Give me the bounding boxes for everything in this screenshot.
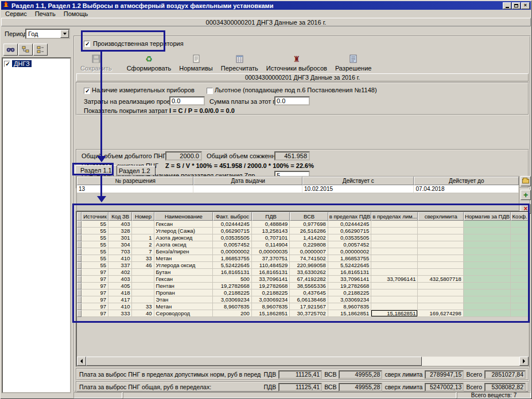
summary-allowed-bar: Плата за выброс ПНГ в пределах допустимы… [76, 368, 529, 381]
save-icon [92, 54, 100, 63]
organization-tree: ✓ ДНГЗ [2, 57, 71, 393]
column-header[interactable]: Действует до [414, 177, 519, 185]
summary2-limit-label: сверх лимита [385, 384, 422, 390]
summary2-pdv-label: ПДВ [263, 384, 276, 390]
scrollbar-thumb[interactable] [86, 357, 422, 366]
permission-icon [350, 54, 357, 63]
save-button[interactable]: Сохранить [76, 53, 116, 72]
column-header[interactable]: Дата выдачи [193, 177, 302, 185]
annotation-arrowhead-1 [97, 156, 106, 162]
standards-button[interactable]: Нормативы [175, 53, 217, 72]
title-bar: Раздел 1.1, Раздел 1.2 Выбросы в атмосфе… [1, 1, 531, 10]
arrow-right-icon [523, 359, 525, 363]
scroll-left-button[interactable] [77, 357, 86, 366]
period-value: Год [26, 30, 60, 37]
preferential-row: ✓ Льготное (попадающее под п.6 Постановл… [207, 87, 377, 94]
minimize-button[interactable] [503, 2, 511, 9]
menu-service[interactable]: Сервис [1, 10, 31, 17]
summary2-label: Плата за выброс ПНГ общая, руб в передел… [79, 384, 261, 390]
annotation-arrow-line-1 [100, 52, 102, 156]
status-substances-total: Всего веществ: 7 [457, 392, 531, 398]
png-extracted-field: 2000.0 [165, 151, 202, 161]
info-bar-top: 00034300000201 ДНГЗ Данные за 2016 г. [1, 18, 531, 26]
search-button[interactable] [3, 44, 18, 56]
annotation-box-tab [72, 163, 114, 175]
app-icon [2, 1, 10, 10]
tree-item-label: ДНГЗ [12, 60, 32, 67]
permission-button[interactable]: Разрешение [331, 53, 376, 72]
add-permission-button[interactable]: + [521, 190, 531, 200]
table-cell[interactable] [193, 185, 302, 193]
minimize-icon [506, 7, 509, 8]
cost-coverage-formula: I = C / P = 0.0/0.0 = 0.0 [169, 107, 235, 114]
expand-tree-button[interactable] [18, 44, 33, 56]
menu-help[interactable]: Помощь [60, 10, 92, 17]
summary1-limit-field: 2789947,15 [425, 370, 464, 379]
table-cell[interactable]: 07.04.2018 [414, 185, 519, 193]
tree-item-checkbox[interactable]: ✓ [4, 61, 10, 67]
measuring-devices-checkbox[interactable]: ✓ [84, 88, 90, 94]
summary1-label: Плата за выброс ПНГ в пределах допустимы… [79, 371, 261, 378]
status-segment-2 [123, 392, 456, 398]
standards-icon [193, 54, 200, 63]
window-title: Раздел 1.1, Раздел 1.2 Выбросы в атмосфе… [11, 2, 502, 9]
emission-sources-button[interactable]: ♜ Источники выбросов [262, 53, 331, 72]
chevron-down-icon [63, 33, 67, 35]
table-cell[interactable]: 13 [77, 185, 193, 193]
main-toolbar: Сохранить ♻ Сформировать Нормативы Перес… [76, 53, 529, 73]
payment-section: ✓ Наличие измерительных приборов ✓ Льгот… [76, 82, 529, 115]
column-header[interactable]: № разрешения [77, 177, 193, 185]
dropdown-button[interactable] [60, 30, 69, 38]
summary1-pdv-field: 11125,41 [278, 370, 322, 379]
open-permission-button[interactable] [521, 176, 531, 186]
menu-print[interactable]: Печать [31, 10, 60, 17]
period-select[interactable]: Год [25, 29, 70, 39]
recalculate-button[interactable]: Пересчитать [217, 53, 262, 72]
measuring-devices-label: Наличие измерительных приборов [92, 87, 195, 93]
summary1-vsv-field: 49955,28 [339, 370, 382, 379]
annotation-arrowhead-2 [97, 196, 106, 202]
tab-razdel-1-2[interactable]: Раздел 1.2 [114, 166, 156, 175]
binoculars-icon [6, 46, 15, 53]
expand-tree-icon [22, 46, 30, 53]
collapse-tree-button[interactable] [33, 44, 48, 56]
table-row[interactable]: 1310.02.201507.04.2018 [77, 185, 519, 193]
summary2-vsv-label: ВСВ [324, 384, 336, 390]
payment-sum-field[interactable]: 0.0 [274, 96, 310, 105]
summary2-vsv-field: 49955,28 [339, 383, 382, 392]
summary1-total-field: 2851027,84 [484, 370, 526, 379]
generate-icon: ♻ [145, 54, 153, 63]
restore-icon [514, 4, 518, 7]
table-cell[interactable]: 10.02.2015 [302, 185, 414, 193]
close-button[interactable]: × [521, 2, 530, 9]
summary2-total-field: 5308082,82 [484, 383, 526, 392]
generate-button[interactable]: ♻ Сформировать [123, 53, 176, 72]
tree-item-dngz[interactable]: ✓ ДНГЗ [4, 60, 69, 68]
emission-sources-icon: ♜ [293, 54, 301, 63]
restore-button[interactable] [512, 2, 521, 9]
summary2-limit-field: 5247002,13 [425, 383, 464, 392]
summary1-total-label: Всего [466, 371, 482, 378]
app-window: Раздел 1.1, Раздел 1.2 Выбросы в атмосфе… [0, 0, 532, 399]
summary1-vsv-label: ВСВ [324, 371, 336, 378]
status-segment-1 [73, 392, 122, 398]
column-header[interactable]: Действует с [302, 177, 414, 185]
burn-indicator-formula: Z = S / V * 100% = 451.958 / 2000.0 * 10… [165, 162, 314, 169]
summary1-pdv-label: ПДВ [263, 371, 276, 378]
summary2-total-label: Всего [466, 384, 482, 390]
project-costs-field[interactable]: 0.0 [169, 96, 205, 105]
period-label: Период [5, 30, 27, 37]
preferential-label: Льготное (попадающее под п.6 Постановлен… [215, 87, 377, 93]
cost-coverage-label: Показатель покрытия затрат [84, 107, 168, 114]
preferential-checkbox[interactable]: ✓ [207, 88, 213, 94]
folder-icon [522, 179, 529, 183]
scroll-right-button[interactable] [519, 357, 529, 366]
menu-bar: Сервис Печать Помощь [1, 10, 531, 18]
png-extracted-label: Общий объем добытого ПНГ [81, 152, 166, 159]
annotation-box-table [72, 204, 530, 323]
summary2-pdv-field: 11125,41 [278, 383, 322, 392]
horizontal-scrollbar[interactable] [77, 357, 529, 366]
summary-total-bar: Плата за выброс ПНГ общая, руб в передел… [76, 381, 529, 393]
annotation-box-production-territory [81, 30, 165, 52]
project-costs-label: Затраты на реализацию проектов [84, 98, 183, 105]
